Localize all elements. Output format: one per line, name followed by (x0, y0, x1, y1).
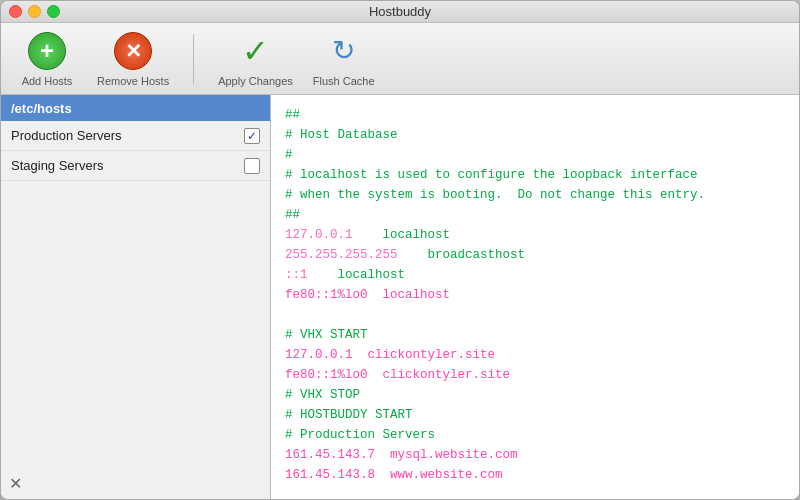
flush-cache-button[interactable]: ↻ Flush Cache (313, 31, 375, 87)
maximize-button[interactable] (47, 5, 60, 18)
production-servers-label: Production Servers (11, 128, 244, 143)
editor-line: ## (285, 205, 785, 225)
apply-changes-icon: ✓ (235, 31, 275, 71)
flush-cache-icon: ↻ (324, 31, 364, 71)
add-hosts-icon: + (27, 31, 67, 71)
add-hosts-button[interactable]: + Add Hosts (17, 31, 77, 87)
staging-servers-checkbox[interactable] (244, 158, 260, 174)
editor-line: 127.0.0.1 clickontyler.site (285, 345, 785, 365)
editor-line: # (285, 145, 785, 165)
flush-cache-label: Flush Cache (313, 75, 375, 87)
sidebar-item-staging[interactable]: Staging Servers (1, 151, 270, 181)
toolbar-separator (193, 34, 194, 84)
editor-line (285, 485, 785, 499)
editor-line: 127.0.0.1 localhost (285, 225, 785, 245)
editor-line: fe80::1%lo0 localhost (285, 285, 785, 305)
staging-servers-label: Staging Servers (11, 158, 244, 173)
main-window: Hostbuddy + Add Hosts ✕ Remove Hosts ✓ A… (0, 0, 800, 500)
apply-changes-label: Apply Changes (218, 75, 293, 87)
main-content: /etc/hosts Production Servers ✓ Staging … (1, 95, 799, 499)
editor[interactable]: ### Host Database## localhost is used to… (271, 95, 799, 499)
add-hosts-label: Add Hosts (22, 75, 73, 87)
editor-line: 161.45.143.7 mysql.website.com (285, 445, 785, 465)
remove-hosts-label: Remove Hosts (97, 75, 169, 87)
editor-line (285, 305, 785, 325)
close-button[interactable] (9, 5, 22, 18)
editor-line: # VHX START (285, 325, 785, 345)
editor-line: 161.45.143.8 www.website.com (285, 465, 785, 485)
sidebar: /etc/hosts Production Servers ✓ Staging … (1, 95, 271, 499)
settings-icon[interactable]: ✕ (9, 474, 22, 493)
editor-line: 255.255.255.255 broadcasthost (285, 245, 785, 265)
sidebar-footer: ✕ (1, 468, 270, 499)
titlebar-buttons (9, 5, 60, 18)
editor-line: # when the system is booting. Do not cha… (285, 185, 785, 205)
minimize-button[interactable] (28, 5, 41, 18)
titlebar: Hostbuddy (1, 1, 799, 23)
window-title: Hostbuddy (369, 4, 431, 19)
editor-line: # HOSTBUDDY START (285, 405, 785, 425)
editor-line: # Production Servers (285, 425, 785, 445)
toolbar: + Add Hosts ✕ Remove Hosts ✓ Apply Chang… (1, 23, 799, 95)
editor-line: # Host Database (285, 125, 785, 145)
production-servers-checkbox[interactable]: ✓ (244, 128, 260, 144)
remove-hosts-icon: ✕ (113, 31, 153, 71)
sidebar-item-production[interactable]: Production Servers ✓ (1, 121, 270, 151)
editor-line: ## (285, 105, 785, 125)
apply-changes-button[interactable]: ✓ Apply Changes (218, 31, 293, 87)
sidebar-header: /etc/hosts (1, 95, 270, 121)
editor-line: # localhost is used to configure the loo… (285, 165, 785, 185)
editor-line: fe80::1%lo0 clickontyler.site (285, 365, 785, 385)
remove-hosts-button[interactable]: ✕ Remove Hosts (97, 31, 169, 87)
editor-line: # VHX STOP (285, 385, 785, 405)
editor-line: ::1 localhost (285, 265, 785, 285)
